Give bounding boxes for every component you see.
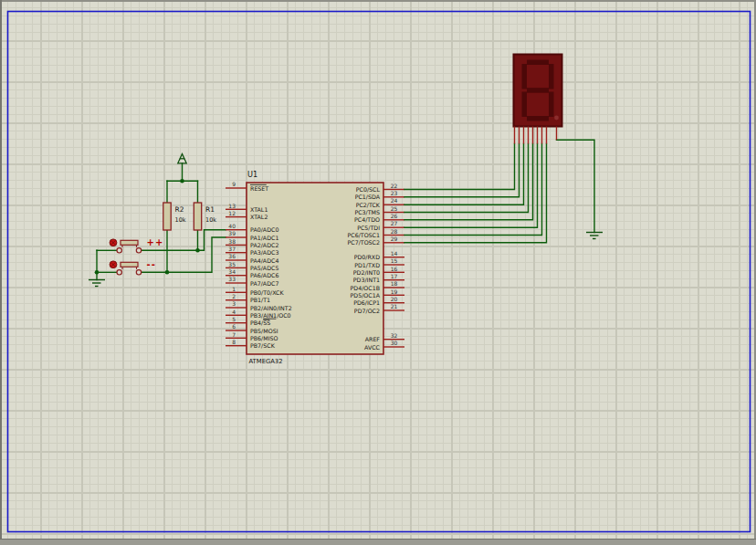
pin-number: 1 bbox=[232, 286, 236, 292]
pin-label: AREF bbox=[365, 336, 381, 342]
pin-label: PB4/SS bbox=[250, 320, 270, 326]
resistor-r1[interactable]: R1 10k bbox=[194, 203, 216, 230]
wire-pc0-display[interactable] bbox=[404, 144, 515, 190]
pin-label: PC7/TOSC2 bbox=[347, 239, 380, 246]
junction-dot bbox=[165, 270, 170, 275]
pin-label: PD7/OC2 bbox=[354, 308, 380, 314]
pin-number: 13 bbox=[228, 203, 236, 209]
pin-number: 32 bbox=[391, 332, 398, 339]
wire-display-common-to-ground[interactable] bbox=[557, 140, 595, 232]
pin-number: 38 bbox=[228, 238, 236, 245]
pin-label: PA1/ADC1 bbox=[250, 235, 278, 241]
pin-label: PC0/SCL bbox=[356, 186, 381, 193]
pin-label: PA7/ADC7 bbox=[250, 280, 278, 287]
pin-number: 37 bbox=[228, 246, 236, 252]
button-terminal[interactable] bbox=[117, 270, 121, 275]
pin-label: PB7/SCK bbox=[250, 342, 276, 349]
pin-label: PC4/TDO bbox=[354, 216, 380, 223]
display-segment-b bbox=[549, 64, 554, 89]
pin-label: PB2/AIN0/INT2 bbox=[250, 305, 292, 311]
pin-label: PD3/INT1 bbox=[353, 277, 380, 283]
push-button-actuator-icon[interactable] bbox=[110, 239, 117, 246]
pin-number: 24 bbox=[391, 197, 398, 204]
pin-number: 36 bbox=[228, 253, 236, 259]
resistor-r2[interactable]: R2 10k bbox=[163, 203, 186, 230]
pin-number: 35 bbox=[228, 261, 236, 267]
resistor-r1-body[interactable] bbox=[194, 203, 201, 230]
pin-number: 26 bbox=[391, 213, 398, 219]
pin-number: 20 bbox=[391, 296, 398, 302]
resistor-value: 10k bbox=[205, 216, 216, 224]
pin-label: XTAL1 bbox=[250, 206, 268, 213]
button-bar[interactable] bbox=[121, 262, 138, 267]
pin-number: 9 bbox=[232, 181, 236, 187]
wire-pc2-display[interactable] bbox=[404, 144, 524, 205]
wire-pc3-display[interactable] bbox=[404, 144, 529, 213]
pin-label: PC1/SDA bbox=[355, 194, 381, 200]
display-segment-f bbox=[522, 64, 528, 89]
pin-number: 2 bbox=[232, 293, 236, 299]
display-segment-g bbox=[527, 88, 549, 93]
display-segment-d bbox=[527, 116, 549, 121]
pin-label: PA2/ADC2 bbox=[250, 242, 278, 248]
pin-label: AVCC bbox=[364, 344, 381, 351]
button-terminal[interactable] bbox=[117, 248, 121, 253]
pin-label: PA4/ADC4 bbox=[250, 257, 278, 264]
window-edge-bottom bbox=[0, 539, 756, 545]
window-edge-top bbox=[0, 0, 756, 2]
button-bar[interactable] bbox=[121, 240, 138, 245]
mcu-ref-label: U1 bbox=[247, 170, 257, 179]
wire-pc4-display[interactable] bbox=[404, 144, 533, 220]
pin-number: 19 bbox=[391, 288, 398, 295]
button-terminal[interactable] bbox=[136, 270, 141, 275]
pin-number: 17 bbox=[391, 273, 398, 279]
junction-dot bbox=[195, 248, 200, 253]
pin-number: 33 bbox=[228, 276, 236, 282]
pin-label: PD1/TXD bbox=[354, 262, 380, 268]
display-decimal-point bbox=[554, 116, 559, 121]
pin-number: 8 bbox=[232, 339, 236, 345]
button-increment-label: ++ bbox=[147, 237, 164, 247]
pin-number: 6 bbox=[232, 323, 236, 330]
button-decrement-label: -- bbox=[147, 259, 156, 269]
pin-number: 29 bbox=[391, 236, 398, 242]
pin-label: PD2/INT0 bbox=[353, 269, 380, 276]
display-segment-c bbox=[549, 92, 554, 118]
display-segment-a bbox=[527, 60, 549, 66]
pin-number: 14 bbox=[391, 250, 398, 257]
pin-label: PC2/TCK bbox=[356, 202, 381, 208]
wire-pc5-display[interactable] bbox=[404, 144, 538, 228]
resistor-r2-body[interactable] bbox=[163, 203, 171, 230]
pin-number: 5 bbox=[232, 316, 236, 322]
junction-dot bbox=[95, 270, 100, 275]
pin-label: PA0/ADC0 bbox=[250, 226, 278, 233]
pin-number: 28 bbox=[391, 228, 398, 235]
ground-icon[interactable] bbox=[586, 233, 603, 239]
pin-number: 16 bbox=[391, 266, 398, 272]
pin-number: 30 bbox=[391, 340, 398, 346]
power-vcc-arrow-icon[interactable] bbox=[178, 154, 186, 163]
button-terminal[interactable] bbox=[136, 248, 141, 253]
junction-dot bbox=[180, 179, 184, 183]
resistor-designator: R2 bbox=[175, 205, 184, 214]
pin-label: PB0/T0/XCK bbox=[250, 289, 284, 296]
pin-number: 27 bbox=[391, 220, 398, 226]
seven-segment-display[interactable] bbox=[514, 55, 562, 144]
resistor-designator: R1 bbox=[205, 205, 215, 214]
pin-label: PD0/RXD bbox=[354, 254, 380, 260]
pin-number: 25 bbox=[391, 205, 398, 212]
mcu-part-label: ATMEGA32 bbox=[249, 358, 283, 365]
pin-label: PC3/TMS bbox=[354, 209, 380, 215]
pin-label: XTAL2 bbox=[250, 214, 268, 220]
pin-label: PC6/TOSC1 bbox=[347, 232, 380, 238]
pin-label: PB6/MISO bbox=[250, 335, 278, 341]
pin-number: 15 bbox=[391, 257, 398, 264]
pin-number: 34 bbox=[228, 268, 236, 275]
pin-label: RESET bbox=[250, 185, 268, 192]
pin-number: 23 bbox=[391, 190, 398, 196]
ground-icon[interactable] bbox=[89, 280, 105, 287]
pin-label: PC5/TDI bbox=[357, 225, 380, 231]
pin-label: PA6/ADC6 bbox=[250, 272, 278, 278]
push-button-actuator-icon[interactable] bbox=[110, 261, 117, 268]
pin-number: 3 bbox=[232, 300, 236, 307]
